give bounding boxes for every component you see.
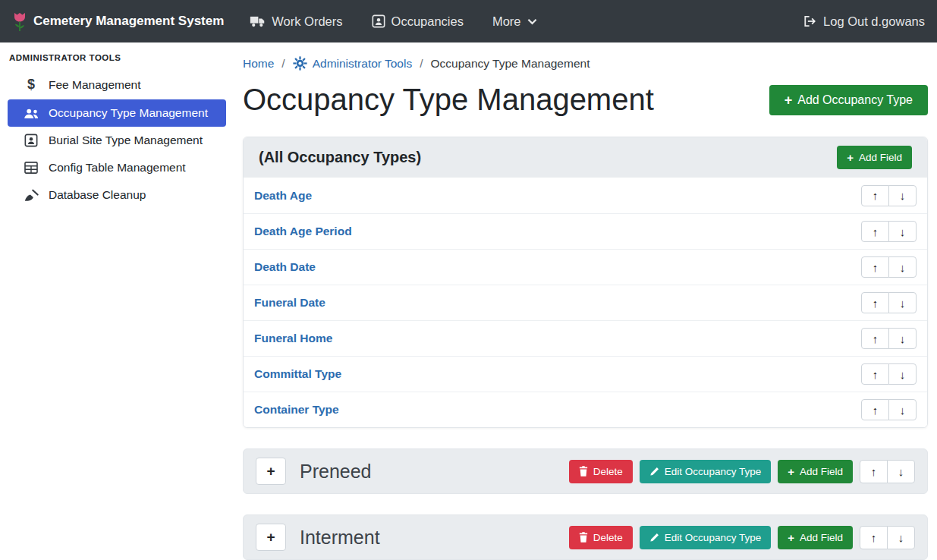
breadcrumb-separator: / (281, 57, 285, 71)
sidebar-item-database-cleanup[interactable]: Database Cleanup (0, 181, 234, 209)
tulip-logo-icon (12, 11, 27, 32)
move-up-button[interactable]: ↑ (861, 221, 889, 242)
sidebar-item-config-table-management[interactable]: Config Table Management (0, 154, 234, 181)
card-title: (All Occupancy Types) (259, 149, 421, 166)
logout-button[interactable]: Log Out d.gowans (803, 14, 925, 29)
field-row: Death Age Period ↑ ↓ (244, 213, 927, 249)
reorder-buttons: ↑ ↓ (861, 256, 917, 278)
field-link-death-age-period[interactable]: Death Age Period (254, 225, 352, 238)
section-preneed: + Preneed Delete (243, 448, 928, 494)
arrow-down-icon: ↓ (900, 225, 906, 238)
move-down-button[interactable]: ↓ (888, 363, 917, 385)
table-icon (23, 162, 39, 174)
page-title: Occupancy Type Management (243, 83, 654, 117)
move-up-button[interactable]: ↑ (861, 292, 889, 313)
pencil-icon (649, 467, 659, 477)
section-title: Interment (300, 527, 380, 549)
move-down-button[interactable]: ↓ (887, 526, 915, 549)
expand-button[interactable]: + (256, 458, 286, 485)
field-link-death-date[interactable]: Death Date (254, 260, 316, 274)
section-actions: Delete Edit Occupancy Type + Add Field ↑ (569, 526, 915, 549)
arrow-up-icon: ↑ (873, 368, 879, 381)
plus-icon: + (788, 466, 794, 477)
arrow-down-icon: ↓ (900, 404, 906, 417)
nav-occupancies[interactable]: Occupancies (372, 14, 464, 29)
sidebar: Administrator Tools $ Fee Management Occ… (0, 42, 234, 560)
sidebar-heading: Administrator Tools (0, 47, 234, 70)
arrow-up-icon: ↑ (873, 332, 879, 345)
reorder-buttons: ↑ ↓ (860, 460, 915, 483)
arrow-down-icon: ↓ (900, 332, 906, 345)
breadcrumb-separator: / (420, 57, 423, 71)
add-field-button[interactable]: + Add Field (837, 146, 912, 169)
move-up-button[interactable]: ↑ (861, 185, 889, 206)
arrow-up-icon: ↑ (873, 404, 879, 417)
move-up-button[interactable]: ↑ (861, 399, 889, 420)
field-link-death-age[interactable]: Death Age (254, 189, 312, 203)
move-down-button[interactable]: ↓ (887, 460, 915, 483)
add-field-button[interactable]: + Add Field (778, 460, 853, 483)
section-interment: + Interment Delete (243, 514, 928, 560)
field-row: Death Age ↑ ↓ (244, 178, 927, 213)
nav-occupancies-label: Occupancies (391, 14, 464, 29)
field-row: Death Date ↑ ↓ (244, 249, 927, 285)
reorder-buttons: ↑ ↓ (860, 526, 915, 549)
all-occupancy-types-header: (All Occupancy Types) + Add Field (244, 137, 927, 178)
navbar-menu: Work Orders Occupancies More (250, 14, 536, 29)
add-occupancy-type-button[interactable]: + Add Occupancy Type (769, 85, 928, 115)
move-up-button[interactable]: ↑ (861, 256, 889, 278)
sidebar-item-burial-site-type-management[interactable]: Burial Site Type Management (0, 127, 234, 154)
arrow-up-icon: ↑ (873, 297, 879, 310)
sidebar-item-fee-management[interactable]: $ Fee Management (0, 70, 234, 99)
delete-button[interactable]: Delete (569, 526, 633, 549)
move-down-button[interactable]: ↓ (888, 399, 917, 420)
arrow-up-icon: ↑ (873, 189, 879, 202)
add-field-button[interactable]: + Add Field (778, 526, 853, 549)
nav-more-label: More (492, 14, 521, 29)
top-navbar: Cemetery Management System Work Orders (0, 0, 937, 42)
reorder-buttons: ↑ ↓ (861, 221, 917, 242)
delete-button[interactable]: Delete (569, 460, 633, 483)
move-down-button[interactable]: ↓ (888, 221, 917, 242)
move-up-button[interactable]: ↑ (861, 328, 889, 349)
section-title: Preneed (300, 461, 372, 483)
edit-occupancy-type-button[interactable]: Edit Occupancy Type (640, 526, 771, 549)
app-brand[interactable]: Cemetery Management System (12, 11, 224, 32)
trash-icon (579, 532, 588, 543)
move-up-button[interactable]: ↑ (861, 363, 889, 385)
all-occupancy-types-card: (All Occupancy Types) + Add Field Death … (243, 137, 928, 428)
move-up-button[interactable]: ↑ (860, 526, 888, 549)
move-down-button[interactable]: ↓ (888, 292, 917, 313)
brand-title: Cemetery Management System (33, 14, 224, 29)
sidebar-item-label: Config Table Management (49, 161, 186, 175)
breadcrumb-admin-tools-label: Administrator Tools (313, 57, 413, 71)
field-link-committal-type[interactable]: Committal Type (254, 367, 341, 381)
arrow-down-icon: ↓ (898, 531, 904, 544)
expand-button[interactable]: + (256, 524, 286, 551)
nav-more[interactable]: More (492, 14, 537, 29)
arrow-down-icon: ↓ (900, 261, 906, 274)
gear-icon (293, 56, 307, 71)
move-up-button[interactable]: ↑ (860, 460, 888, 483)
sidebar-item-label: Database Cleanup (49, 188, 146, 202)
logout-label: Log Out d.gowans (823, 14, 925, 29)
reorder-buttons: ↑ ↓ (861, 328, 917, 349)
breadcrumb-current: Occupancy Type Management (431, 57, 590, 71)
arrow-up-icon: ↑ (873, 225, 879, 238)
field-row: Container Type ↑ ↓ (244, 392, 927, 427)
move-down-button[interactable]: ↓ (888, 185, 917, 206)
move-down-button[interactable]: ↓ (888, 328, 917, 349)
field-row: Funeral Home ↑ ↓ (244, 320, 927, 356)
field-link-container-type[interactable]: Container Type (254, 403, 339, 417)
edit-occupancy-type-button[interactable]: Edit Occupancy Type (640, 460, 771, 483)
breadcrumb-home-link[interactable]: Home (243, 57, 274, 71)
broom-icon (23, 189, 39, 202)
field-link-funeral-date[interactable]: Funeral Date (254, 296, 325, 310)
nav-work-orders[interactable]: Work Orders (250, 14, 342, 29)
reorder-buttons: ↑ ↓ (861, 292, 917, 313)
move-down-button[interactable]: ↓ (888, 256, 917, 278)
breadcrumb-admin-tools-link[interactable]: Administrator Tools (293, 56, 413, 71)
field-link-funeral-home[interactable]: Funeral Home (254, 332, 332, 345)
sidebar-item-occupancy-type-management[interactable]: Occupancy Type Management (8, 99, 226, 127)
nav-work-orders-label: Work Orders (272, 14, 342, 29)
